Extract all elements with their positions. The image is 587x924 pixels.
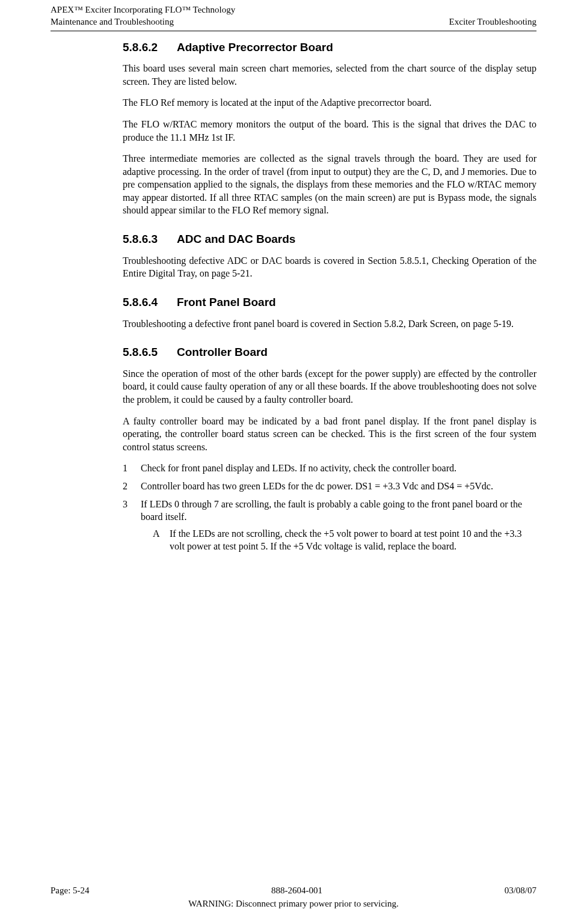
paragraph: The FLO w/RTAC memory monitors the outpu… — [123, 118, 536, 144]
heading-5-8-6-2: 5.8.6.2 Adaptive Precorrector Board — [123, 40, 536, 55]
section-title: Front Panel Board — [177, 296, 276, 308]
paragraph: Three intermediate memories are collecte… — [123, 152, 536, 217]
section-title: ADC and DAC Boards — [177, 233, 295, 245]
list-item: 2 Controller board has two green LEDs fo… — [123, 480, 536, 493]
list-text: Check for front panel display and LEDs. … — [141, 462, 536, 475]
sublist-text: If the LEDs are not scrolling, check the… — [170, 527, 536, 553]
list-text: Controller board has two green LEDs for … — [141, 480, 536, 493]
section-number: 5.8.6.3 — [123, 231, 174, 247]
paragraph: This board uses several main screen char… — [123, 62, 536, 88]
sublist-letter: A — [153, 527, 170, 553]
section-title: Adaptive Precorrector Board — [177, 41, 333, 54]
list-number: 1 — [123, 462, 141, 475]
header-rule — [51, 31, 536, 31]
paragraph: A faulty controller board may be indicat… — [123, 415, 536, 454]
section-number: 5.8.6.2 — [123, 40, 174, 55]
running-head-left-2: Maintenance and Troubleshooting — [51, 16, 174, 28]
running-head-right: Exciter Troubleshooting — [449, 16, 536, 28]
section-number: 5.8.6.5 — [123, 344, 174, 360]
numbered-list: 1 Check for front panel display and LEDs… — [123, 462, 536, 553]
list-item: 3 If LEDs 0 through 7 are scrolling, the… — [123, 498, 536, 524]
heading-5-8-6-5: 5.8.6.5 Controller Board — [123, 344, 536, 360]
footer-date: 03/08/07 — [505, 884, 536, 896]
sublist-item: A If the LEDs are not scrolling, check t… — [153, 527, 536, 553]
list-item: 1 Check for front panel display and LEDs… — [123, 462, 536, 475]
paragraph: Troubleshooting a defective front panel … — [123, 317, 536, 331]
section-number: 5.8.6.4 — [123, 295, 174, 310]
list-text: If LEDs 0 through 7 are scrolling, the f… — [141, 498, 536, 524]
heading-5-8-6-3: 5.8.6.3 ADC and DAC Boards — [123, 231, 536, 247]
footer-doc-number: 888-2604-001 — [271, 884, 322, 896]
page-footer: Page: 5-24 888-2604-001 03/08/07 WARNING… — [51, 884, 536, 910]
paragraph: Since the operation of most of the other… — [123, 367, 536, 406]
section-title: Controller Board — [177, 346, 268, 358]
list-number: 2 — [123, 480, 141, 493]
footer-warning: WARNING: Disconnect primary power prior … — [51, 898, 536, 910]
paragraph: The FLO Ref memory is located at the inp… — [123, 96, 536, 109]
running-head-left-1: APEX™ Exciter Incorporating FLO™ Technol… — [51, 4, 235, 16]
paragraph: Troubleshooting defective ADC or DAC boa… — [123, 254, 536, 280]
heading-5-8-6-4: 5.8.6.4 Front Panel Board — [123, 295, 536, 310]
footer-page-number: Page: 5-24 — [51, 884, 90, 896]
list-number: 3 — [123, 498, 141, 524]
